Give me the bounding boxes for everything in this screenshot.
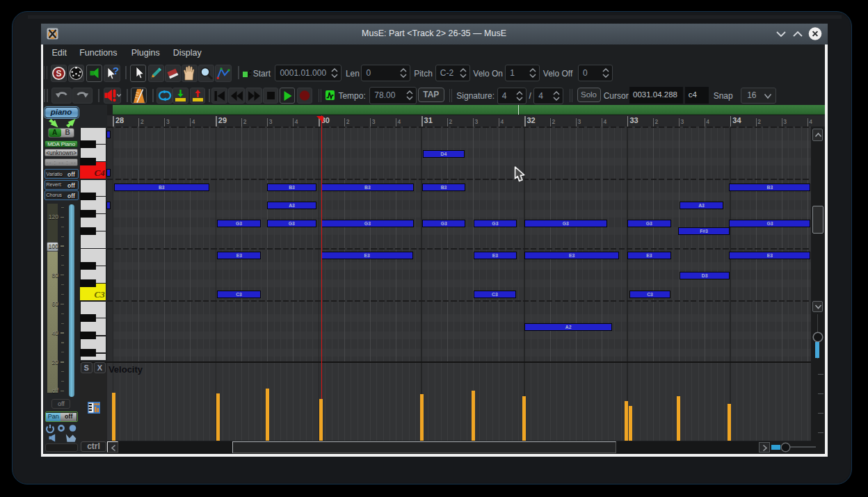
svg-text:?: ? (113, 65, 119, 76)
svg-text:S: S (56, 69, 61, 79)
